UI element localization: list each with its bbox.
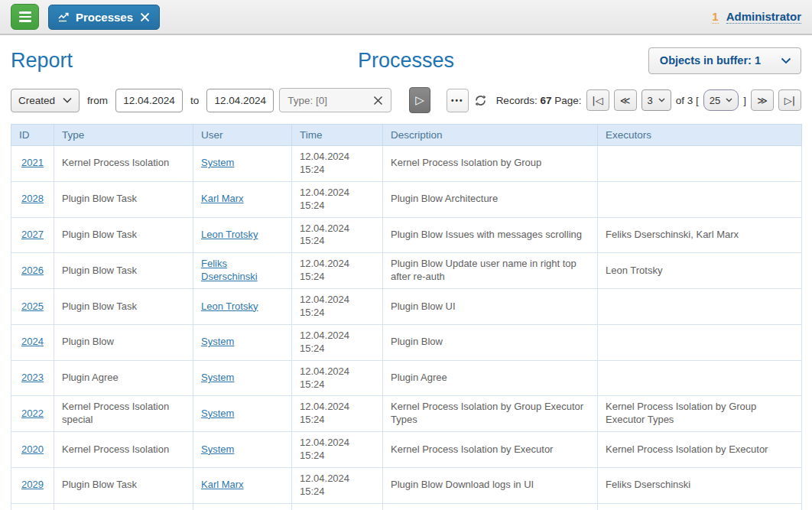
run-report-button[interactable]: ▷: [409, 87, 430, 113]
date-text: 12.04.2024: [300, 365, 375, 378]
user-link[interactable]: Karl Marx: [201, 479, 244, 490]
page-title: Processes: [358, 49, 454, 73]
tab-processes[interactable]: Processes: [48, 5, 160, 30]
description-cell: Plugin Blow Storing huge amount of files: [383, 503, 598, 510]
process-id-link[interactable]: 2026: [21, 265, 44, 276]
process-id-link[interactable]: 2022: [21, 408, 44, 419]
user-link[interactable]: Leon Trotsky: [201, 300, 258, 312]
date-text: 12.04.2024: [300, 187, 375, 200]
type-filter[interactable]: Type: [0]: [279, 88, 391, 112]
col-header-user[interactable]: User: [193, 125, 292, 146]
processes-table: ID Type User Time Description Executors …: [11, 124, 802, 510]
col-header-time[interactable]: Time: [292, 125, 383, 146]
more-options-button[interactable]: •••: [447, 89, 469, 112]
title-row: Report Processes Objects in buffer: 1: [11, 46, 801, 75]
time-text: 15:24: [300, 486, 375, 499]
first-page-button[interactable]: |◁: [586, 89, 609, 111]
col-header-description[interactable]: Description: [383, 125, 598, 146]
user-menu-link[interactable]: Administrator: [726, 10, 801, 24]
table-row: 2030 Plugin Blow Task Karl Marx 12.04.20…: [11, 503, 802, 510]
last-page-button[interactable]: ▷|: [778, 89, 801, 111]
user-link[interactable]: System: [201, 336, 234, 347]
time-cell: 12.04.202415:24: [292, 146, 383, 182]
executors-cell: Kernel Process Isolation by Executor: [598, 432, 802, 468]
date-text: 12.04.2024: [300, 294, 375, 307]
buffer-count-badge[interactable]: 1: [712, 10, 718, 24]
user-link[interactable]: System: [201, 408, 234, 419]
chevron-down-icon: [658, 98, 665, 102]
time-text: 15:24: [300, 414, 375, 427]
time-cell: 12.04.202415:24: [292, 360, 383, 396]
page-size-value: 25: [710, 95, 720, 106]
records-label: Records: 67 Page:: [496, 95, 582, 106]
table-row: 2029 Plugin Blow Task Karl Marx 12.04.20…: [11, 468, 802, 504]
page-number-select[interactable]: 3: [641, 89, 671, 111]
process-id-link[interactable]: 2027: [21, 229, 44, 240]
type-cell: Plugin Blow Task: [54, 253, 193, 289]
date-from-input[interactable]: [115, 89, 183, 112]
date-text: 12.04.2024: [300, 437, 375, 450]
process-id-link[interactable]: 2021: [21, 157, 44, 168]
executors-cell: Kernel Process Isolation by Group Execut…: [598, 396, 802, 432]
menu-button[interactable]: [11, 4, 39, 30]
field-select[interactable]: Created: [11, 89, 80, 112]
date-text: 12.04.2024: [300, 151, 375, 164]
date-to-input[interactable]: [206, 89, 274, 112]
page-caption: Page:: [554, 95, 581, 106]
time-text: 15:24: [300, 200, 375, 213]
type-cell: Plugin Blow Task: [54, 217, 193, 253]
title-right: Objects in buffer: 1: [454, 47, 801, 74]
from-label: from: [85, 95, 110, 106]
description-cell: Plugin Blow Update user name in right to…: [383, 253, 598, 289]
col-header-id[interactable]: ID: [11, 125, 54, 146]
time-text: 15:24: [300, 307, 375, 320]
page-size-select[interactable]: 25: [703, 89, 739, 111]
topbar-right: 1 Administrator: [712, 10, 801, 24]
time-text: 15:24: [300, 271, 375, 284]
col-header-type[interactable]: Type: [54, 125, 193, 146]
user-link[interactable]: Karl Marx: [201, 193, 244, 204]
report-title: Report: [11, 49, 358, 73]
objects-in-buffer-button[interactable]: Objects in buffer: 1: [648, 47, 801, 74]
process-id-link[interactable]: 2023: [21, 372, 44, 383]
refresh-icon[interactable]: [474, 94, 487, 107]
executors-cell: Leon Trotsky: [598, 503, 802, 510]
chevron-down-icon: [63, 97, 72, 103]
process-id-link[interactable]: 2025: [21, 300, 44, 312]
process-id-link[interactable]: 2024: [21, 336, 44, 347]
table-row: 2025 Plugin Blow Task Leon Trotsky 12.04…: [11, 289, 802, 325]
time-text: 15:24: [300, 343, 375, 356]
time-cell: 12.04.202415:24: [292, 324, 383, 360]
type-cell: Plugin Blow Task: [54, 289, 193, 325]
clear-filter-icon[interactable]: [373, 96, 383, 106]
process-id-link[interactable]: 2029: [21, 479, 44, 490]
content: Report Processes Objects in buffer: 1 Cr…: [0, 46, 812, 510]
tab-label: Processes: [76, 11, 133, 24]
time-cell: 12.04.202415:24: [292, 181, 383, 217]
col-header-executors[interactable]: Executors: [598, 125, 802, 146]
process-id-link[interactable]: 2020: [21, 443, 44, 455]
description-cell: Plugin Blow Download logs in UI: [383, 468, 598, 504]
top-bar: Processes 1 Administrator: [0, 0, 812, 35]
table-row: 2020 Kernel Process Isolation System 12.…: [11, 432, 802, 468]
time-cell: 12.04.202415:24: [292, 217, 383, 253]
user-link[interactable]: System: [201, 157, 234, 168]
description-cell: Plugin Blow: [383, 324, 598, 360]
close-icon[interactable]: [140, 12, 150, 22]
type-cell: Plugin Blow Task: [54, 503, 193, 510]
app-root: Processes 1 Administrator Report Process…: [0, 0, 812, 510]
table-row: 2028 Plugin Blow Task Karl Marx 12.04.20…: [11, 181, 802, 217]
objects-in-buffer-label: Objects in buffer: 1: [660, 54, 761, 67]
prev-page-button[interactable]: ≪: [614, 89, 637, 111]
user-link[interactable]: Leon Trotsky: [201, 229, 258, 240]
pagination: Records: 67 Page: |◁ ≪ 3 of 3 [ 25: [474, 89, 801, 111]
user-link[interactable]: Feliks Dserschinski: [201, 258, 258, 282]
hamburger-icon: [19, 11, 31, 22]
time-cell: 12.04.202415:24: [292, 253, 383, 289]
user-link[interactable]: System: [201, 372, 234, 383]
user-link[interactable]: System: [201, 443, 234, 455]
description-cell: Kernel Process Isolation by Group: [383, 146, 598, 182]
table-row: 2024 Plugin Blow System 12.04.202415:24 …: [11, 324, 802, 360]
process-id-link[interactable]: 2028: [21, 193, 44, 204]
next-page-button[interactable]: ≫: [751, 89, 774, 111]
